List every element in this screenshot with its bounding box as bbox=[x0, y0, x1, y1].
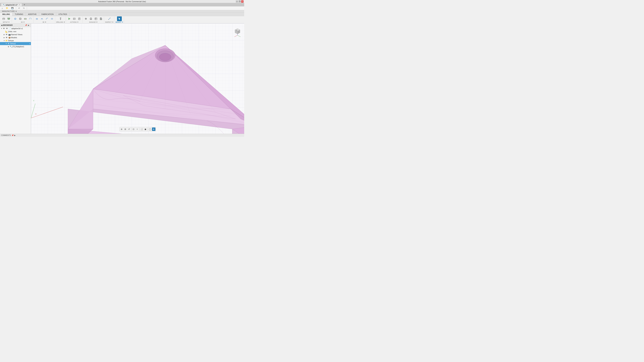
machine-library-button[interactable] bbox=[88, 16, 93, 21]
svg-text:FR: FR bbox=[236, 31, 236, 32]
zoom-in-button[interactable]: + bbox=[136, 128, 139, 131]
orbit-button[interactable]: ↺ bbox=[127, 128, 131, 131]
toolbar-group-actions: ACTIONS ▼ bbox=[66, 16, 82, 23]
view-cube[interactable]: TOP FR RT bbox=[232, 25, 242, 35]
minimize-button[interactable]: ─ bbox=[236, 0, 238, 3]
root-eye-icon: 👁 bbox=[6, 27, 8, 30]
status-arrow-button[interactable]: ▶ bbox=[14, 134, 16, 137]
sidebar-pin-button[interactable]: 📌 bbox=[25, 24, 27, 26]
zoom-fit-button[interactable]: ⊡ bbox=[132, 128, 135, 131]
tree-arrow-units bbox=[3, 31, 5, 32]
tree-label-models: Models bbox=[11, 36, 30, 38]
home-button[interactable]: ⌂ bbox=[1, 7, 4, 10]
tree-item-units[interactable]: 📐 Units: mm bbox=[0, 30, 31, 33]
environment-button[interactable]: ◯ bbox=[148, 128, 152, 131]
toolbar-group-drilling: DRILLING ▼ bbox=[56, 16, 66, 23]
nc-program-button[interactable] bbox=[77, 16, 82, 21]
new-tab-button[interactable]: + bbox=[23, 3, 26, 6]
tree-arrow-root bbox=[1, 28, 2, 29]
manage-group-label: MANAGE ▼ bbox=[89, 21, 98, 23]
status-pin-button[interactable]: 📌 bbox=[12, 134, 14, 137]
svg-point-7 bbox=[15, 18, 16, 19]
tree-label-root: adaptive3d v1 bbox=[12, 27, 30, 29]
close-button[interactable]: ✕ bbox=[241, 0, 244, 3]
2d-contour-button[interactable] bbox=[28, 16, 33, 21]
browser-tree: 👁 👁 📄 adaptive3d v1 📐 Units: mm 👁 📷 Name… bbox=[0, 27, 31, 48]
tab-additive[interactable]: ADDITIVE bbox=[26, 13, 39, 16]
sidebar-header: ◀ BROWSER 📌 ▶ bbox=[0, 23, 31, 27]
drilling-group-label: DRILLING ▼ bbox=[56, 21, 65, 23]
2d-adaptive-button[interactable] bbox=[13, 16, 18, 21]
tree-item-models[interactable]: 👁 📦 Models bbox=[0, 36, 31, 39]
main-content: ◀ BROWSER 📌 ▶ 👁 👁 📄 adaptive3d v1 📐 Unit bbox=[0, 23, 244, 135]
file-tab-close[interactable]: ✕ bbox=[19, 4, 20, 6]
grid-button[interactable]: ⊞ bbox=[152, 128, 155, 131]
toolbar-divider-2 bbox=[139, 128, 140, 131]
toolbar-group-manage: MANAGE ▼ bbox=[83, 16, 104, 23]
setup-group-label: SETUP ▼ bbox=[3, 21, 10, 23]
svg-rect-33 bbox=[90, 18, 92, 18]
file-tab-label: adaptive3d v1* bbox=[6, 4, 18, 6]
drill-button[interactable] bbox=[58, 16, 63, 21]
svg-rect-39 bbox=[100, 19, 102, 20]
3d-parallel-button[interactable] bbox=[50, 16, 54, 21]
models-icon: 👁 bbox=[5, 36, 8, 39]
restore-button[interactable]: ❐ bbox=[238, 0, 241, 3]
face-button[interactable] bbox=[23, 16, 28, 21]
svg-text:RT: RT bbox=[238, 31, 240, 32]
tab-fabrication[interactable]: FABRICATION bbox=[39, 13, 56, 16]
sidebar-expand-button[interactable]: ▶ bbox=[28, 24, 30, 26]
svg-rect-0 bbox=[3, 18, 5, 19]
viewport-grid: X Y bbox=[31, 23, 244, 135]
tree-arrow-adaptive1 bbox=[8, 46, 10, 47]
toolbar-group-3d: 3D ▼ bbox=[34, 16, 55, 23]
open-button[interactable]: 📁 bbox=[5, 7, 9, 10]
svg-rect-5 bbox=[8, 18, 10, 18]
template-library-button[interactable] bbox=[94, 16, 98, 21]
manufacture-dropdown[interactable]: MANUFACTURE ▼ bbox=[1, 10, 18, 12]
3d-pocket-button[interactable] bbox=[40, 16, 44, 21]
tab-milling[interactable]: MILLING bbox=[0, 13, 12, 16]
toolbar-content: SETUP ▼ bbox=[0, 16, 244, 23]
3d-contour-button[interactable] bbox=[44, 16, 49, 21]
tree-label-setup1: Setup1 bbox=[10, 42, 29, 44]
tab-turning[interactable]: TURNING bbox=[12, 13, 26, 16]
actions-group-label: ACTIONS ▼ bbox=[70, 21, 78, 23]
tree-item-adaptive1[interactable]: 🔧 [T1] Adaptive1 bbox=[0, 45, 31, 48]
tree-item-setup1[interactable]: ⚙ Setup1 ● bbox=[0, 42, 31, 45]
svg-line-42 bbox=[108, 19, 109, 20]
tool-library-button[interactable] bbox=[84, 16, 88, 21]
tree-item-root[interactable]: 👁 👁 📄 adaptive3d v1 bbox=[0, 27, 31, 30]
svg-point-12 bbox=[36, 18, 38, 19]
svg-text:Y: Y bbox=[33, 100, 34, 102]
simulate-button[interactable] bbox=[67, 16, 72, 21]
save-template-button[interactable] bbox=[98, 16, 103, 21]
tab-utilities[interactable]: UTILITIES bbox=[56, 13, 70, 16]
setup-button[interactable] bbox=[1, 16, 6, 21]
svg-point-35 bbox=[91, 19, 92, 19]
viewport[interactable]: X Y TOP FR RT ⊕ bbox=[31, 23, 244, 135]
3d-adaptive-button[interactable] bbox=[34, 16, 39, 21]
named-views-eye2-icon: 📷 bbox=[8, 33, 11, 36]
post-process-button[interactable] bbox=[72, 16, 77, 21]
redo-button[interactable]: ↪ bbox=[22, 7, 26, 10]
tree-label-setups: Setups bbox=[8, 39, 30, 41]
window-title: Autodesk Fusion 360 (Personal - Not for … bbox=[98, 0, 146, 2]
measure-button[interactable] bbox=[107, 16, 112, 21]
show-origin-button[interactable]: ⊕ bbox=[120, 128, 123, 131]
view-mode-button[interactable]: ⬜ bbox=[140, 128, 144, 131]
file-tab[interactable]: 🔧 adaptive3d v1* ✕ bbox=[1, 3, 22, 6]
undo-button[interactable]: ↩ bbox=[18, 7, 21, 10]
2d-pocket-button[interactable] bbox=[18, 16, 23, 21]
select-button[interactable] bbox=[117, 16, 122, 21]
tree-arrow-models bbox=[3, 37, 5, 38]
tree-item-named-views[interactable]: 👁 📷 Named Views bbox=[0, 33, 31, 36]
title-bar: Autodesk Fusion 360 (Personal - Not for … bbox=[0, 0, 244, 3]
snap-button[interactable]: ⊞ bbox=[124, 128, 127, 131]
visual-style-button[interactable]: ◼ bbox=[144, 128, 147, 131]
toolbar-group-inspect: INSPECT ▼ bbox=[104, 16, 114, 23]
tree-item-setups[interactable]: 📁 Setups bbox=[0, 39, 31, 42]
active-mode-label[interactable]: MANUFACTURE ▼ bbox=[0, 10, 244, 13]
save-button[interactable]: 💾 bbox=[10, 7, 14, 10]
stock-button[interactable] bbox=[6, 16, 11, 21]
